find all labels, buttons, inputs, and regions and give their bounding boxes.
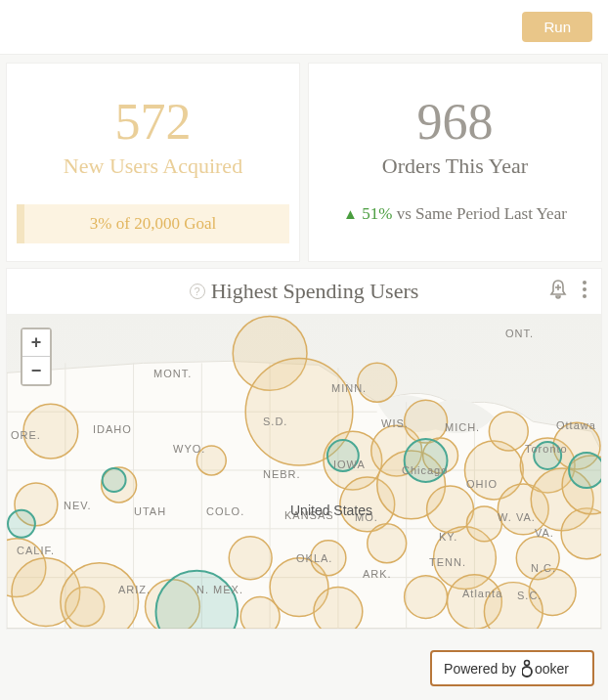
svg-point-34	[405, 400, 448, 443]
trend-up-icon: ▲	[343, 206, 358, 222]
kpi-row: 572 New Users Acquired 3% of 20,000 Goal…	[0, 55, 608, 268]
bell-icon[interactable]	[548, 279, 568, 300]
svg-point-53	[466, 506, 501, 542]
svg-point-61	[534, 442, 561, 469]
kpi-goal-bar: 3% of 20,000 Goal	[17, 204, 289, 243]
kpi-trend: ▲ 51% vs Same Period Last Year	[319, 204, 591, 224]
svg-point-39	[405, 576, 448, 619]
kpi-label: Orders This Year	[319, 153, 591, 179]
svg-point-28	[314, 588, 363, 629]
kpi-value: 572	[17, 97, 289, 148]
map-title: Highest Spending Users	[211, 279, 419, 304]
run-button[interactable]: Run	[522, 12, 592, 42]
svg-point-16	[23, 404, 78, 459]
powered-by-badge[interactable]: Powered by ooker	[430, 650, 594, 686]
map-visualization[interactable]: + − ONT.MONT.MINN.IDAHOS.D.WIS.ORE.WYO.M…	[7, 314, 601, 629]
map-svg	[7, 314, 601, 629]
svg-point-62	[569, 453, 601, 488]
svg-point-59	[405, 439, 448, 482]
svg-point-51	[196, 446, 226, 475]
kpi-card-orders: 968 Orders This Year ▲ 51% vs Same Perio…	[308, 63, 602, 262]
svg-point-31	[368, 524, 407, 563]
looker-logo: ooker	[520, 658, 581, 678]
help-icon[interactable]: ?	[190, 284, 205, 299]
svg-text:ooker: ooker	[535, 661, 569, 677]
svg-point-4	[583, 294, 586, 298]
kpi-label: New Users Acquired	[17, 153, 289, 179]
svg-point-57	[103, 468, 126, 492]
more-options-icon[interactable]	[582, 280, 587, 299]
map-panel: ? Highest Spending Users	[6, 268, 602, 630]
trend-suffix: vs Same Period Last Year	[392, 204, 566, 223]
svg-point-50	[358, 363, 397, 402]
top-toolbar: Run	[0, 0, 608, 55]
zoom-out-button[interactable]: −	[22, 357, 50, 384]
svg-point-2	[583, 281, 586, 284]
svg-point-26	[229, 537, 272, 580]
svg-point-41	[489, 412, 528, 451]
svg-point-63	[525, 661, 530, 666]
map-actions	[548, 279, 587, 300]
kpi-goal-text: 3% of 20,000 Goal	[90, 214, 216, 233]
svg-point-55	[240, 597, 280, 629]
powered-by-text: Powered by	[444, 661, 516, 677]
svg-point-56	[8, 510, 35, 538]
svg-point-64	[522, 667, 532, 677]
svg-point-58	[327, 440, 359, 471]
svg-point-52	[311, 541, 346, 576]
zoom-control: + −	[21, 328, 52, 386]
svg-point-3	[583, 287, 586, 291]
map-title-wrap: ? Highest Spending Users	[190, 279, 419, 304]
map-header: ? Highest Spending Users	[7, 269, 601, 314]
zoom-in-button[interactable]: +	[22, 329, 50, 357]
kpi-card-new-users: 572 New Users Acquired 3% of 20,000 Goal	[6, 63, 300, 262]
kpi-value: 968	[319, 97, 591, 148]
trend-percent: 51%	[362, 204, 392, 223]
